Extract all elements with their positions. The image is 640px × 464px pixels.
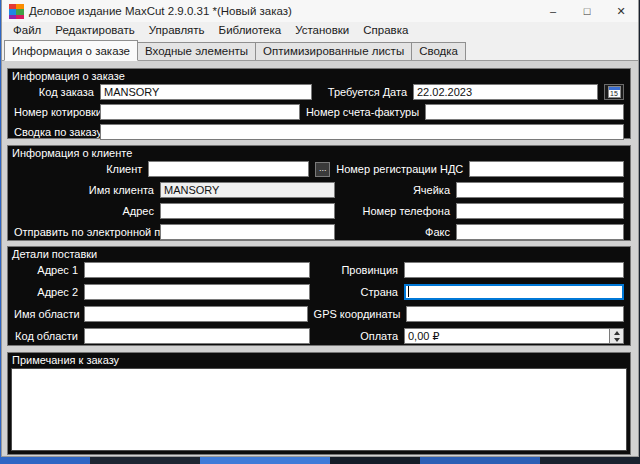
- calendar-button[interactable]: 15: [604, 84, 624, 100]
- title-bar: Деловое издание MaxCut 2.9.0.31 *(Новый …: [2, 0, 638, 22]
- section-client-info-title: Информация о клиенте: [8, 146, 630, 159]
- row-quote-invoice: Номер котировки Номер счета-фактуры: [14, 104, 624, 120]
- row-regioncode-payment: Код области Оплата: [14, 328, 624, 344]
- tab-input-elements[interactable]: Входные элементы: [137, 42, 256, 61]
- cell-input[interactable]: [456, 182, 624, 198]
- client-address-input[interactable]: [160, 203, 335, 219]
- app-logo-icon: [9, 4, 24, 19]
- section-order-info: Информация о заказе Код заказа Требуется…: [7, 68, 631, 139]
- client-input[interactable]: [148, 161, 309, 177]
- tab-optimized-sheets[interactable]: Оптимизированные листы: [255, 42, 412, 61]
- payment-spinner: [609, 328, 624, 344]
- address2-label: Адрес 2: [14, 284, 78, 300]
- menu-settings[interactable]: Установки: [288, 22, 356, 39]
- calendar-icon: 15: [608, 86, 621, 98]
- order-code-label: Код заказа: [14, 84, 94, 100]
- address1-input[interactable]: [84, 262, 310, 278]
- row-clientname-cell: Имя клиента Ячейка: [14, 182, 624, 198]
- maximize-button[interactable]: □: [570, 0, 604, 22]
- close-button[interactable]: ✕: [604, 0, 638, 22]
- region-name-input[interactable]: [84, 306, 308, 322]
- gps-input[interactable]: [406, 306, 624, 322]
- menu-manage[interactable]: Управлять: [142, 22, 212, 39]
- menu-bar: Файл Редактировать Управлять Библиотека …: [2, 22, 638, 39]
- text-caret: [408, 286, 409, 297]
- region-name-label: Имя области: [14, 306, 78, 322]
- tab-order-info[interactable]: Информация о заказе: [4, 40, 138, 61]
- order-notes-textarea[interactable]: [11, 368, 627, 451]
- payment-label: Оплата: [316, 328, 398, 344]
- minimize-button[interactable]: –: [536, 0, 570, 22]
- required-date-label: Требуется Дата: [318, 84, 407, 100]
- quote-number-input[interactable]: [100, 104, 300, 120]
- menu-help[interactable]: Справка: [356, 22, 415, 39]
- row-client-vat: Клиент ... Номер регистрации НДС: [14, 161, 624, 177]
- window-title: Деловое издание MaxCut 2.9.0.31 *(Новый …: [29, 5, 292, 17]
- phone-input[interactable]: [456, 203, 624, 219]
- province-input[interactable]: [404, 262, 624, 278]
- row-address1-province: Адрес 1 Провинция: [14, 262, 624, 278]
- address2-input[interactable]: [84, 284, 310, 300]
- row-order-code-date: Код заказа Требуется Дата 15: [14, 84, 624, 100]
- fax-label: Факс: [341, 224, 450, 240]
- spinner-up-icon[interactable]: [610, 329, 623, 336]
- email-input[interactable]: [160, 224, 335, 240]
- country-input[interactable]: [404, 284, 624, 300]
- order-summary-input[interactable]: [100, 124, 624, 140]
- order-code-input[interactable]: [100, 84, 312, 100]
- phone-label: Номер телефона: [341, 203, 450, 219]
- client-address-label: Адрес: [14, 203, 154, 219]
- app-window: Деловое издание MaxCut 2.9.0.31 *(Новый …: [1, 0, 639, 457]
- row-email-fax: Отправить по электронной почте Факс: [14, 224, 624, 240]
- tab-strip: Информация о заказе Входные элементы Опт…: [2, 39, 638, 61]
- fax-input[interactable]: [456, 224, 624, 240]
- invoice-number-input[interactable]: [425, 104, 624, 120]
- menu-file[interactable]: Файл: [6, 22, 48, 39]
- order-summary-label: Сводка по заказу: [14, 124, 94, 140]
- menu-edit[interactable]: Редактировать: [48, 22, 141, 39]
- client-name-input[interactable]: [160, 182, 335, 198]
- required-date-input[interactable]: [413, 84, 598, 100]
- row-regionname-gps: Имя области GPS координаты: [14, 306, 624, 322]
- client-label: Клиент: [14, 161, 142, 177]
- vat-label: Номер регистрации НДС: [336, 161, 463, 177]
- menu-library[interactable]: Библиотека: [212, 22, 289, 39]
- spinner-down-icon[interactable]: [610, 336, 623, 343]
- gps-label: GPS координаты: [314, 306, 401, 322]
- section-delivery-details: Детали поставки Адрес 1 Провинция Адрес …: [7, 246, 631, 346]
- tab-summary[interactable]: Сводка: [411, 42, 466, 61]
- row-address2-country: Адрес 2 Страна: [14, 284, 624, 300]
- section-client-info: Информация о клиенте Клиент ... Номер ре…: [7, 145, 631, 241]
- client-name-label: Имя клиента: [14, 182, 154, 198]
- payment-input[interactable]: [404, 328, 609, 344]
- email-label: Отправить по электронной почте: [14, 224, 154, 240]
- province-label: Провинция: [316, 262, 398, 278]
- cell-label: Ячейка: [341, 182, 450, 198]
- client-browse-button[interactable]: ...: [315, 162, 330, 177]
- page-content: Информация о заказе Код заказа Требуется…: [2, 61, 638, 456]
- vat-input[interactable]: [469, 161, 624, 177]
- row-order-summary: Сводка по заказу: [14, 124, 624, 140]
- region-code-input[interactable]: [84, 328, 310, 344]
- address1-label: Адрес 1: [14, 262, 78, 278]
- region-code-label: Код области: [14, 328, 78, 344]
- section-delivery-title: Детали поставки: [8, 247, 630, 260]
- section-order-notes: Примечания к заказу: [7, 352, 631, 455]
- quote-number-label: Номер котировки: [14, 104, 94, 120]
- section-order-info-title: Информация о заказе: [8, 69, 630, 82]
- row-address-phone: Адрес Номер телефона: [14, 203, 624, 219]
- invoice-number-label: Номер счета-фактуры: [306, 104, 419, 120]
- section-notes-title: Примечания к заказу: [8, 353, 630, 366]
- country-label: Страна: [316, 284, 398, 300]
